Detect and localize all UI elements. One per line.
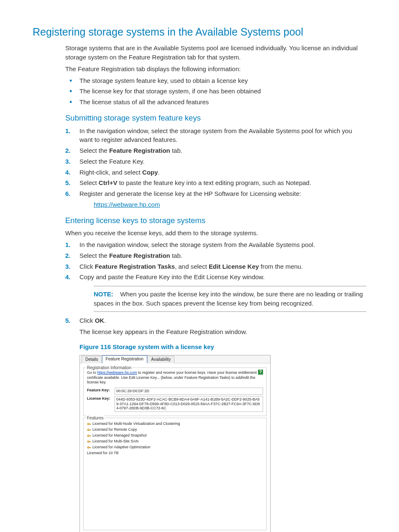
section-heading: Registering storage systems in the Avail… [33,24,366,39]
tab-feature-registration[interactable]: Feature Registration [102,355,148,363]
svg-rect-11 [90,441,91,442]
steps-enter: In the navigation window, select the sto… [65,240,366,337]
step: Click OK. The license key appears in the… [65,316,366,337]
enter-intro: When you receive the license keys, add t… [65,229,366,238]
registration-instructions: Go to https://webware.hp.com to register… [87,370,263,385]
webware-link[interactable]: https://webware.hp.com [94,201,160,208]
note-text: When you paste the license key into the … [94,290,363,307]
step: Select Ctrl+V to paste the feature key i… [65,178,366,188]
svg-rect-8 [90,435,91,437]
svg-rect-2 [90,424,91,425]
bullet-item: The storage system feature key, used to … [65,76,366,85]
feature-item: Licensed for Multi-Site SAN [87,439,263,444]
license-key-label: License Key: [87,396,112,401]
step: Copy and paste the Feature Key into the … [65,272,366,311]
key-icon [87,428,91,432]
subheading-submit: Submitting storage system feature keys [65,113,366,124]
steps-submit: In the navigation window, select the sto… [65,126,366,209]
key-icon [87,439,91,444]
step: Select the Feature Registration tab. [65,251,366,260]
step-followup: The license key appears in the Feature R… [79,327,366,337]
bullet-item: The license key for that storage system,… [65,87,366,96]
step: Right-click, and select Copy. [65,168,366,177]
bullet-item: The license status of all the advanced f… [65,98,366,107]
svg-rect-5 [90,429,91,431]
feature-item: Licensed for Adaptive Optimization [87,445,263,450]
note-label: NOTE: [94,290,113,298]
tab-bar: Details Feature Registration Availabilit… [80,355,270,363]
subheading-enter: Entering license keys to storage systems [65,215,366,226]
registration-info-fieldset: Registration Information ? Go to https:/… [83,368,267,416]
license-key-value[interactable]: 044D-9353-923D-4DF2-ACAC-BCB9-8DA4-0A8F-… [115,396,263,412]
embedded-screenshot: Details Feature Registration Availabilit… [79,355,271,532]
step: In the navigation window, select the sto… [65,240,366,249]
key-icon [87,434,91,438]
feature-item: Licensed for Managed Snapshot [87,433,263,438]
feature-capacity: Licensed for 10 TB [87,450,263,456]
webware-link-inshot[interactable]: https://webware.hp.com [97,370,137,375]
tab-details[interactable]: Details [82,356,102,363]
intro-p2: The Feature Registration tab displays th… [65,64,366,74]
step: Register and generate the license key at… [65,189,366,209]
fieldset-legend: Features [86,415,104,421]
key-icon [87,422,91,426]
note-box: NOTE: When you paste the license key int… [94,286,366,312]
info-list: The storage system feature key, used to … [65,76,366,107]
feature-item: Licensed for Remote Copy [87,427,263,432]
figure-caption: Figure 116 Storage system with a license… [79,342,366,352]
features-fieldset: Features Licensed for Multi-Node Virtual… [83,418,267,530]
tab-availability[interactable]: Availability [147,356,174,363]
step: Click Feature Registration Tasks, and se… [65,262,366,271]
help-icon[interactable]: ? [258,370,263,375]
feature-key-value[interactable]: 00:0C:29:D0:DF:2D [115,388,263,395]
step: In the navigation window, select the sto… [65,126,366,145]
feature-item: Licensed for Multi-Node Virtualization a… [87,421,263,427]
step: Select the Feature Key. [65,157,366,166]
svg-rect-14 [90,447,91,448]
intro-p1: Storage systems that are in the Availabl… [65,44,366,62]
feature-key-label: Feature Key: [87,388,112,393]
step: Select the Feature Registration tab. [65,146,366,155]
fieldset-legend: Registration Information [86,365,132,371]
key-icon [87,445,91,450]
